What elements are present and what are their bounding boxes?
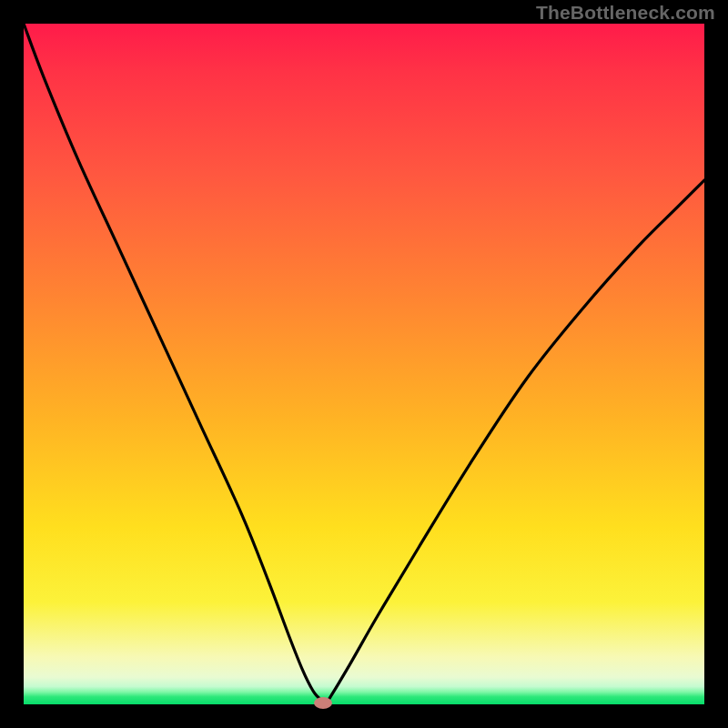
curve-path [24,24,704,703]
bottleneck-curve [24,24,704,704]
chart-container: TheBottleneck.com [0,0,728,728]
watermark-text: TheBottleneck.com [536,2,715,24]
minimum-marker [314,697,332,709]
plot-area [24,24,704,704]
